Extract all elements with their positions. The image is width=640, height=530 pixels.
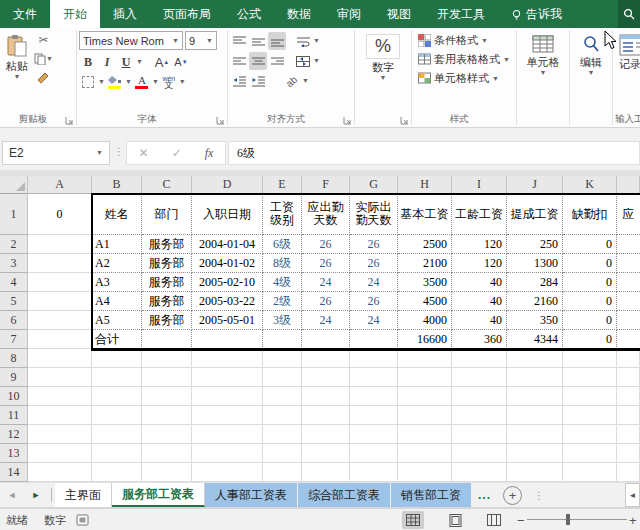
cut-button[interactable]: ✂ bbox=[34, 31, 53, 49]
paste-button[interactable]: 粘贴 ▼ bbox=[2, 31, 32, 87]
cell-F1[interactable]: 应出勤天数 bbox=[302, 194, 350, 235]
conditional-formatting-button[interactable]: 条件格式▼ bbox=[418, 31, 514, 50]
cell-H6[interactable]: 4000 bbox=[398, 311, 452, 330]
cell-E10[interactable] bbox=[263, 387, 302, 406]
cell-E11[interactable] bbox=[263, 406, 302, 425]
cell-E5[interactable]: 2级 bbox=[263, 292, 302, 311]
cell-C6[interactable]: 服务部 bbox=[142, 311, 192, 330]
col-header-D[interactable]: D bbox=[192, 176, 263, 194]
alignment-dialog-launcher[interactable] bbox=[343, 116, 352, 125]
zoom-slider-track[interactable] bbox=[527, 519, 627, 520]
cell-A9[interactable] bbox=[28, 368, 92, 387]
cell-D13[interactable] bbox=[192, 444, 263, 463]
cell-F6[interactable]: 24 bbox=[302, 311, 350, 330]
row-header-12[interactable]: 12 bbox=[0, 425, 28, 444]
cell-H1[interactable]: 基本工资 bbox=[398, 194, 452, 235]
cell-I4[interactable]: 40 bbox=[452, 273, 507, 292]
cell-E2[interactable]: 6级 bbox=[263, 235, 302, 254]
page-break-view-button[interactable] bbox=[483, 511, 505, 529]
cell-K2[interactable]: 0 bbox=[563, 235, 617, 254]
cell-I8[interactable] bbox=[452, 349, 507, 368]
cell-F13[interactable] bbox=[302, 444, 350, 463]
cell-B3[interactable]: A2 bbox=[92, 254, 142, 273]
cell-K10[interactable] bbox=[563, 387, 617, 406]
cell-C12[interactable] bbox=[142, 425, 192, 444]
cell-I6[interactable]: 40 bbox=[452, 311, 507, 330]
cell-B7[interactable]: 合计 bbox=[92, 330, 142, 349]
row-header-11[interactable]: 11 bbox=[0, 406, 28, 425]
cell-C9[interactable] bbox=[142, 368, 192, 387]
cell-C4[interactable]: 服务部 bbox=[142, 273, 192, 292]
cell-B1[interactable]: 姓名 bbox=[92, 194, 142, 235]
align-right-button[interactable] bbox=[268, 52, 286, 70]
cell-C3[interactable]: 服务部 bbox=[142, 254, 192, 273]
cell-J7[interactable]: 4344 bbox=[507, 330, 563, 349]
cell-H13[interactable] bbox=[398, 444, 452, 463]
cell-J11[interactable] bbox=[507, 406, 563, 425]
col-header-J[interactable]: J bbox=[507, 176, 563, 194]
cell-J13[interactable] bbox=[507, 444, 563, 463]
cell-C14[interactable] bbox=[142, 463, 192, 482]
row-header-1[interactable]: 1 bbox=[0, 194, 28, 235]
cell-H12[interactable] bbox=[398, 425, 452, 444]
increase-indent-button[interactable] bbox=[249, 72, 267, 90]
tab-view[interactable]: 视图 bbox=[374, 0, 424, 28]
format-painter-button[interactable] bbox=[34, 69, 53, 87]
row-header-13[interactable]: 13 bbox=[0, 444, 28, 463]
cell-C13[interactable] bbox=[142, 444, 192, 463]
select-all-corner[interactable] bbox=[0, 176, 28, 194]
cell-K6[interactable]: 0 bbox=[563, 311, 617, 330]
insert-function-button[interactable]: fx bbox=[205, 146, 214, 161]
name-box[interactable]: E2 ▼ bbox=[2, 141, 110, 165]
zoom-in-button[interactable]: + bbox=[629, 509, 637, 530]
cell-G13[interactable] bbox=[350, 444, 398, 463]
cell-B2[interactable]: A1 bbox=[92, 235, 142, 254]
cell-G5[interactable]: 26 bbox=[350, 292, 398, 311]
formula-bar-splitter[interactable]: ⋮ bbox=[114, 146, 125, 157]
zoom-out-button[interactable]: − bbox=[517, 509, 525, 530]
number-format-button[interactable]: % 数字 ▼ bbox=[357, 31, 409, 84]
cell-A3[interactable] bbox=[28, 254, 92, 273]
cell-I10[interactable] bbox=[452, 387, 507, 406]
borders-dropdown-arrow[interactable]: ▼ bbox=[98, 79, 105, 85]
cell-F5[interactable]: 26 bbox=[302, 292, 350, 311]
font-family-combo[interactable]: Times New Rom ▼ bbox=[79, 31, 183, 50]
cell-A11[interactable] bbox=[28, 406, 92, 425]
shrink-font-button[interactable]: A▼ bbox=[172, 53, 190, 71]
cell-C11[interactable] bbox=[142, 406, 192, 425]
fill-color-button[interactable] bbox=[106, 73, 124, 91]
cell-C10[interactable] bbox=[142, 387, 192, 406]
cell-E1[interactable]: 工资级别 bbox=[263, 194, 302, 235]
row-header-10[interactable]: 10 bbox=[0, 387, 28, 406]
cell-J8[interactable] bbox=[507, 349, 563, 368]
cell-K9[interactable] bbox=[563, 368, 617, 387]
tab-file[interactable]: 文件 bbox=[0, 0, 50, 28]
cell-J6[interactable]: 350 bbox=[507, 311, 563, 330]
cell-K12[interactable] bbox=[563, 425, 617, 444]
cell-G4[interactable]: 24 bbox=[350, 273, 398, 292]
editing-dropdown-arrow[interactable]: ▼ bbox=[588, 70, 595, 76]
cell-E14[interactable] bbox=[263, 463, 302, 482]
cell-L6[interactable] bbox=[617, 311, 640, 330]
cell-G12[interactable] bbox=[350, 425, 398, 444]
row-header-4[interactable]: 4 bbox=[0, 273, 28, 292]
cell-D5[interactable]: 2005-03-22 bbox=[192, 292, 263, 311]
cell-D8[interactable] bbox=[192, 349, 263, 368]
col-header-C[interactable]: C bbox=[142, 176, 192, 194]
cell-F9[interactable] bbox=[302, 368, 350, 387]
tab-page-layout[interactable]: 页面布局 bbox=[150, 0, 224, 28]
cell-F7[interactable] bbox=[302, 330, 350, 349]
col-header-F[interactable]: F bbox=[302, 176, 350, 194]
macro-record-button[interactable] bbox=[76, 509, 89, 530]
tab-strip-splitter[interactable]: ⋮ bbox=[528, 483, 550, 507]
tab-insert[interactable]: 插入 bbox=[100, 0, 150, 28]
cell-B9[interactable] bbox=[92, 368, 142, 387]
number-dropdown-arrow[interactable]: ▼ bbox=[380, 75, 387, 81]
cell-A6[interactable] bbox=[28, 311, 92, 330]
tab-review[interactable]: 审阅 bbox=[324, 0, 374, 28]
bottom-align-button[interactable] bbox=[268, 32, 286, 50]
cell-F10[interactable] bbox=[302, 387, 350, 406]
borders-button[interactable] bbox=[79, 73, 97, 91]
cell-J10[interactable] bbox=[507, 387, 563, 406]
cells-dropdown-arrow[interactable]: ▼ bbox=[540, 70, 547, 76]
